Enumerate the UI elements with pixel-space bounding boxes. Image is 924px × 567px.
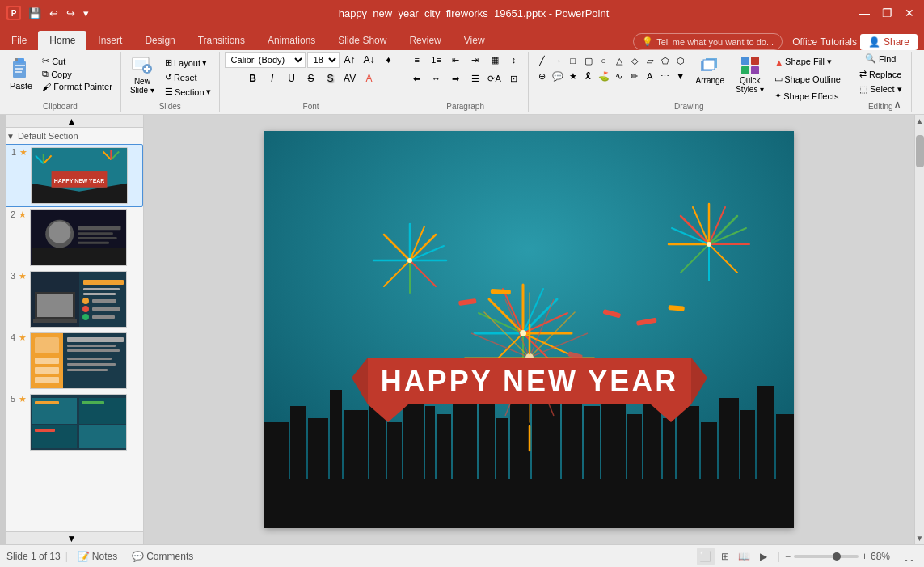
office-tutorials-button[interactable]: Office Tutorials	[792, 36, 857, 48]
section-collapse-icon[interactable]: ▼	[6, 132, 15, 141]
fit-slide-button[interactable]: ⛶	[900, 548, 918, 565]
callout-shape[interactable]: 💬	[551, 69, 565, 83]
restore-button[interactable]: ❐	[879, 5, 895, 21]
rounded-rect-shape[interactable]: ▢	[581, 53, 596, 68]
shape-effects-button[interactable]: ✦ Shape Effects	[770, 89, 845, 103]
strikethrough-button[interactable]: S	[302, 70, 320, 87]
text-direction-button[interactable]: ⟳A	[486, 70, 504, 87]
circle-shape[interactable]: ○	[597, 53, 611, 68]
new-slide-button[interactable]: New Slide ▾	[126, 52, 158, 97]
text-shadow-button[interactable]: S	[322, 70, 340, 87]
tell-me-input[interactable]: 💡 Tell me what you want to do...	[633, 33, 783, 50]
select-button[interactable]: ⬚ Select ▾	[855, 83, 906, 96]
bold-button[interactable]: B	[244, 70, 262, 87]
layout-button[interactable]: ⊞ Layout ▾	[162, 57, 214, 69]
tab-review[interactable]: Review	[398, 31, 452, 50]
find-button[interactable]: 🔍 Find	[861, 52, 900, 66]
reading-view-button[interactable]: 📖	[736, 548, 753, 565]
cut-button[interactable]: ✂ Cut	[39, 55, 116, 67]
panel-scroll-down[interactable]: ▼	[0, 531, 143, 544]
slide-sorter-button[interactable]: ⊞	[716, 548, 734, 565]
tab-file[interactable]: File	[0, 31, 38, 50]
tab-insert[interactable]: Insert	[86, 31, 133, 50]
align-right-button[interactable]: ➡	[447, 70, 465, 87]
redo-icon[interactable]: ↪	[64, 6, 78, 21]
format-painter-button[interactable]: 🖌 Format Painter	[39, 81, 116, 92]
arrow-shape[interactable]: →	[551, 53, 565, 68]
comments-button[interactable]: 💬 Comments	[127, 549, 198, 564]
italic-button[interactable]: I	[264, 70, 281, 87]
close-button[interactable]: ✕	[901, 5, 918, 21]
undo-icon[interactable]: ↩	[47, 6, 61, 21]
slideshow-button[interactable]: ▶	[755, 548, 773, 565]
zoom-level-label[interactable]: 68%	[871, 551, 895, 562]
rect-shape[interactable]: □	[566, 53, 580, 68]
ribbon-shape[interactable]: 🎗	[581, 69, 596, 83]
save-icon[interactable]: 💾	[26, 6, 44, 21]
panel-scroll-up[interactable]: ▲	[0, 115, 143, 128]
font-size-select[interactable]: 18	[307, 52, 340, 68]
expand-shapes[interactable]: ▼	[673, 69, 688, 83]
parallelogram-shape[interactable]: ▱	[643, 53, 657, 68]
slide-item-2[interactable]: 2 ★	[0, 207, 143, 269]
scroll-down-arrow[interactable]: ▼	[914, 532, 924, 544]
align-left-button[interactable]: ⬅	[408, 70, 426, 87]
columns-button[interactable]: ▦	[486, 52, 504, 68]
quick-styles-button[interactable]: Quick Styles ▾	[732, 52, 767, 97]
triangle-shape[interactable]: △	[612, 53, 627, 68]
tab-view[interactable]: View	[453, 31, 496, 50]
justify-button[interactable]: ☰	[466, 70, 484, 87]
diamond-shape[interactable]: ◇	[627, 53, 642, 68]
tab-home[interactable]: Home	[38, 31, 86, 50]
copy-button[interactable]: ⧉ Copy	[39, 68, 116, 80]
share-button[interactable]: 👤 Share	[860, 34, 918, 50]
zoom-out-icon[interactable]: −	[785, 551, 791, 562]
underline-button[interactable]: U	[283, 70, 301, 87]
slide-item-3[interactable]: 3 ★	[0, 269, 143, 330]
scroll-up-arrow[interactable]: ▲	[914, 115, 924, 127]
slide-item-1[interactable]: 1 ★ HAPPY NEW YEAR	[0, 144, 143, 207]
clear-formatting-button[interactable]: ♦	[380, 52, 398, 68]
shape-outline-button[interactable]: ▭ Shape Outline	[770, 72, 845, 86]
tab-transitions[interactable]: Transitions	[187, 31, 256, 50]
tab-animations[interactable]: Animations	[256, 31, 327, 50]
font-name-select[interactable]: Calibri (Body)	[225, 52, 306, 68]
pentagon-shape[interactable]: ⬠	[658, 53, 673, 68]
customize-qa-icon[interactable]: ▾	[81, 6, 91, 21]
banner-shape[interactable]: ⛳	[597, 69, 611, 83]
more-shapes[interactable]: ⊕	[535, 69, 550, 83]
main-slide-canvas[interactable]: HAPPY NEW YEAR	[264, 131, 794, 528]
scrollbar-thumb[interactable]	[916, 135, 924, 167]
decrease-indent-button[interactable]: ⇤	[447, 52, 465, 68]
bullet-list-button[interactable]: ≡	[408, 52, 426, 68]
tab-design[interactable]: Design	[133, 31, 186, 50]
more-btn[interactable]: ⋯	[658, 69, 673, 83]
freeform-shape[interactable]: ✏	[627, 69, 642, 83]
slide-item-5[interactable]: 5 ★	[0, 391, 143, 453]
hexagon-shape[interactable]: ⬡	[673, 53, 688, 68]
slide-item-4[interactable]: 4 ★	[0, 330, 143, 391]
textbox-shape[interactable]: A	[643, 69, 657, 83]
numbered-list-button[interactable]: 1≡	[428, 52, 445, 68]
arrange-button[interactable]: Arrange	[691, 52, 730, 88]
reset-button[interactable]: ↺ Reset	[162, 71, 214, 83]
normal-view-button[interactable]: ⬜	[697, 548, 715, 565]
tab-slideshow[interactable]: Slide Show	[327, 31, 398, 50]
zoom-slider[interactable]	[794, 555, 859, 558]
star-shape[interactable]: ★	[566, 69, 580, 83]
section-button[interactable]: ☰ Section ▾	[162, 86, 214, 98]
shape-fill-button[interactable]: ▲ Shape Fill ▾	[770, 55, 845, 69]
smart-art-button[interactable]: ⊡	[505, 70, 523, 87]
notes-button[interactable]: 📝 Notes	[73, 549, 122, 564]
zoom-thumb[interactable]	[833, 552, 841, 561]
curve-shape[interactable]: ∿	[612, 69, 627, 83]
minimize-button[interactable]: —	[856, 5, 872, 21]
grow-font-button[interactable]: A↑	[341, 52, 359, 68]
increase-indent-button[interactable]: ⇥	[466, 52, 484, 68]
zoom-in-icon[interactable]: +	[862, 551, 867, 562]
line-spacing-button[interactable]: ↕	[505, 52, 523, 68]
char-spacing-button[interactable]: AV	[341, 70, 359, 87]
replace-button[interactable]: ⇄ Replace	[855, 67, 905, 81]
shrink-font-button[interactable]: A↓	[361, 52, 378, 68]
font-color-button[interactable]: A	[361, 70, 378, 87]
